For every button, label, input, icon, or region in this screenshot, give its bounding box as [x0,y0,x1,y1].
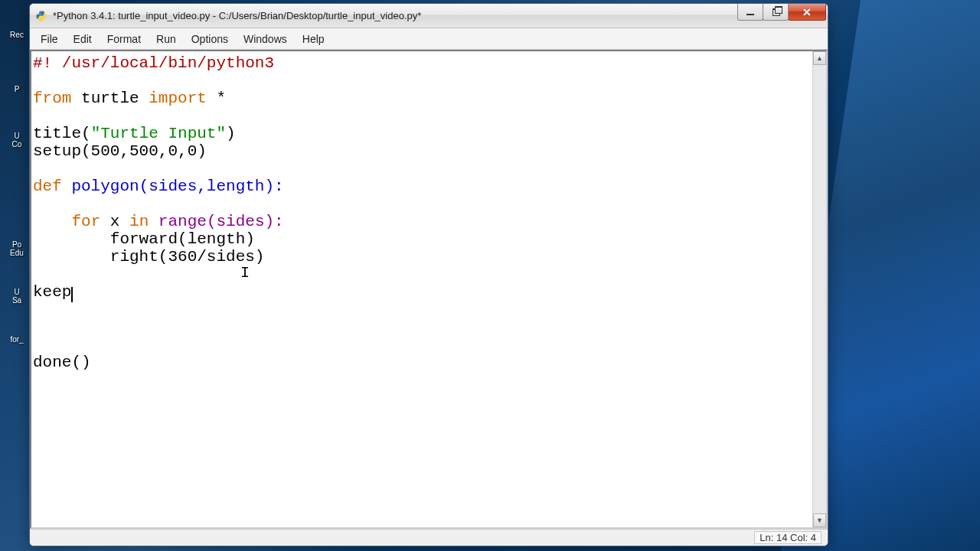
code-text: right(360/sides) [33,248,264,266]
scroll-track[interactable] [813,65,826,514]
menu-format[interactable]: Format [100,31,149,47]
ibeam-cursor: I [240,264,250,282]
code-text: keep [33,283,71,301]
code-keyword-for: for [71,213,100,230]
desktop-background: Rec P U Co Po Edu U Sa for_ *Python 3.4.… [0,0,980,551]
code-editor[interactable]: #! /usr/local/bin/python3 from turtle im… [31,51,812,527]
desktop-icon[interactable]: U Co [2,132,32,148]
code-keyword-import: import [149,90,207,107]
code-text: ) [226,125,236,142]
python-icon [34,9,48,23]
code-funcname: polygon(sides,length): [62,178,284,195]
desktop-icon[interactable]: Rec [2,31,32,39]
code-keyword-in: in [129,213,149,230]
titlebar[interactable]: *Python 3.4.1: turtle_input_video.py - C… [30,4,828,28]
code-text: turtle [71,90,149,107]
scroll-up-button[interactable]: ▲ [813,51,826,65]
desktop-icon[interactable]: U Sa [2,288,32,305]
code-indent [33,213,71,230]
desktop-icon[interactable]: for_ [2,335,32,344]
menu-options[interactable]: Options [184,31,236,47]
window-title: *Python 3.4.1: turtle_input_video.py - C… [53,10,828,21]
code-text: title( [33,125,91,142]
statusbar: Ln: 14 Col: 4 [30,529,828,546]
vertical-scrollbar[interactable]: ▲ ▼ [812,51,826,527]
code-builtin: range(sides): [149,213,283,230]
desktop-icons-strip: Rec P U Co Po Edu U Sa for_ [2,31,32,374]
menu-file[interactable]: File [33,31,66,47]
code-text: setup(500,500,0,0) [33,142,207,160]
code-keyword-from: from [33,90,71,107]
code-keyword-def: def [33,178,62,195]
code-text: * [207,90,226,107]
idle-window: *Python 3.4.1: turtle_input_video.py - C… [29,3,828,546]
menu-run[interactable]: Run [149,31,184,47]
editor-container: #! /usr/local/bin/python3 from turtle im… [30,50,828,529]
menu-help[interactable]: Help [295,31,332,47]
code-string: "Turtle Input" [91,125,226,142]
code-shebang: #! /usr/local/bin/python3 [33,54,274,72]
maximize-button[interactable] [763,4,789,21]
scroll-down-button[interactable]: ▼ [813,514,826,527]
code-text: x [100,213,129,230]
minimize-button[interactable] [737,4,763,21]
close-button[interactable]: ✕ [788,4,826,21]
menubar: File Edit Format Run Options Windows Hel… [30,28,828,50]
desktop-icon[interactable]: Po Edu [2,240,32,257]
text-cursor [71,287,73,302]
window-controls: ✕ [738,4,826,21]
code-text: done() [33,354,91,371]
menu-windows[interactable]: Windows [236,31,295,47]
status-line-col: Ln: 14 Col: 4 [754,531,822,544]
menu-edit[interactable]: Edit [66,31,100,47]
code-text: forward(length) [33,230,255,248]
desktop-icon[interactable]: P [2,85,32,93]
